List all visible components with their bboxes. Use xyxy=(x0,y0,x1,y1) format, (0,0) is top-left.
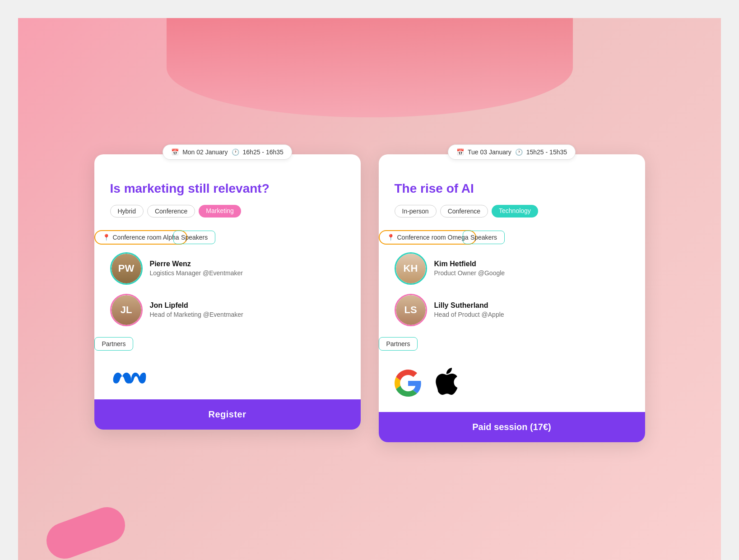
bg-decoration-bottom-left xyxy=(42,502,130,560)
card1-partners-section: Partners xyxy=(110,337,345,399)
speaker-jon-name: Jon Lipfeld xyxy=(150,301,243,310)
speaker-pierre: PW Pierre Wenz Logistics Manager @Eventm… xyxy=(110,252,345,285)
speaker-kim-name: Kim Hetfield xyxy=(434,260,505,268)
apple-svg xyxy=(435,368,458,395)
card2-time: 15h25 - 15h35 xyxy=(526,148,567,156)
card1-register-button[interactable]: Register xyxy=(94,399,361,430)
card2-speakers-list: KH Kim Hetfield Product Owner @Google LS… xyxy=(395,252,629,326)
speaker-pierre-name: Pierre Wenz xyxy=(150,260,243,268)
speaker-pierre-info: Pierre Wenz Logistics Manager @Eventmake… xyxy=(150,260,243,277)
speaker-pierre-role: Logistics Manager @Eventmaker xyxy=(150,269,243,277)
speaker-lilly: LS Lilly Sutherland Head of Product @App… xyxy=(395,294,629,326)
tag-technology: Technology xyxy=(492,205,538,218)
card1-date-badge: 📅 Mon 02 January 🕐 16h25 - 16h35 xyxy=(163,144,292,160)
speaker-lilly-role: Head of Product @Apple xyxy=(434,311,504,318)
card1-location-text: Conference room Alpha xyxy=(113,234,179,241)
tag-marketing: Marketing xyxy=(199,205,241,218)
card1-partners-logos xyxy=(110,359,345,399)
card2-wrapper: 📅 Tue 03 January 🕐 15h25 - 15h35 The ris… xyxy=(379,154,645,442)
speaker-pierre-avatar: PW xyxy=(110,252,143,285)
card2-paid-button[interactable]: Paid session (17€) xyxy=(379,412,645,442)
speaker-kim-role: Product Owner @Google xyxy=(434,269,505,277)
speaker-lilly-avatar: LS xyxy=(395,294,427,326)
clock-icon-2: 🕐 xyxy=(515,148,523,156)
speaker-kim: KH Kim Hetfield Product Owner @Google xyxy=(395,252,629,285)
card1-date: Mon 02 January xyxy=(182,148,228,156)
speaker-jon-face: JL xyxy=(112,295,141,325)
speaker-lilly-info: Lilly Sutherland Head of Product @Apple xyxy=(434,301,504,318)
event-card-2: The rise of AI In-person Conference Tech… xyxy=(379,154,645,442)
google-logo xyxy=(395,370,422,397)
card2-tags: In-person Conference Technology xyxy=(395,205,629,218)
card1-speakers-label: Speakers xyxy=(173,231,215,244)
pin-icon-1: 📍 xyxy=(102,234,110,241)
page-wrapper: 📅 Mon 02 January 🕐 16h25 - 16h35 Is mark… xyxy=(18,18,721,560)
speaker-kim-face: KH xyxy=(396,254,426,283)
card1-tags: Hybrid Conference Marketing xyxy=(110,205,345,218)
bg-decoration-top xyxy=(167,18,573,117)
card2-partners-section: Partners xyxy=(395,337,629,412)
speaker-jon: JL Jon Lipfeld Head of Marketing @Eventm… xyxy=(110,294,345,326)
tag-conference-2: Conference xyxy=(440,205,488,218)
calendar-icon-2: 📅 xyxy=(456,148,464,156)
card2-speakers-label: Speakers xyxy=(463,231,505,244)
calendar-icon: 📅 xyxy=(171,148,179,156)
tag-conference-1: Conference xyxy=(147,205,195,218)
card2-partners-logos xyxy=(395,359,629,412)
speaker-pierre-face: PW xyxy=(112,254,141,283)
speaker-kim-avatar: KH xyxy=(395,252,427,285)
card1-title: Is marketing still relevant? xyxy=(110,181,345,196)
event-card-1: Is marketing still relevant? Hybrid Conf… xyxy=(94,154,361,430)
card1-time: 16h25 - 16h35 xyxy=(243,148,284,156)
card2-title: The rise of AI xyxy=(395,181,629,196)
card2-partners-label: Partners xyxy=(379,337,418,351)
pin-icon-2: 📍 xyxy=(387,234,395,241)
card2-location-text: Conference room Omega xyxy=(397,234,469,241)
speaker-jon-role: Head of Marketing @Eventmaker xyxy=(150,311,243,318)
clock-icon: 🕐 xyxy=(232,148,239,156)
apple-logo xyxy=(435,368,458,398)
card2-date: Tue 03 January xyxy=(468,148,511,156)
speaker-kim-info: Kim Hetfield Product Owner @Google xyxy=(434,260,505,277)
cards-container: 📅 Mon 02 January 🕐 16h25 - 16h35 Is mark… xyxy=(94,154,645,442)
meta-logo xyxy=(110,368,146,386)
tag-hybrid: Hybrid xyxy=(110,205,144,218)
card1-wrapper: 📅 Mon 02 January 🕐 16h25 - 16h35 Is mark… xyxy=(94,154,361,430)
card1-partners-label: Partners xyxy=(94,337,134,351)
speaker-jon-avatar: JL xyxy=(110,294,143,326)
tag-inperson: In-person xyxy=(395,205,437,218)
speaker-lilly-face: LS xyxy=(396,295,426,325)
card2-date-badge: 📅 Tue 03 January 🕐 15h25 - 15h35 xyxy=(448,144,576,160)
speaker-jon-info: Jon Lipfeld Head of Marketing @Eventmake… xyxy=(150,301,243,318)
speaker-lilly-name: Lilly Sutherland xyxy=(434,301,504,310)
card2-location: 📍 Conference room Omega xyxy=(379,230,477,245)
meta-svg xyxy=(110,368,146,386)
card1-speakers-list: PW Pierre Wenz Logistics Manager @Eventm… xyxy=(110,252,345,326)
